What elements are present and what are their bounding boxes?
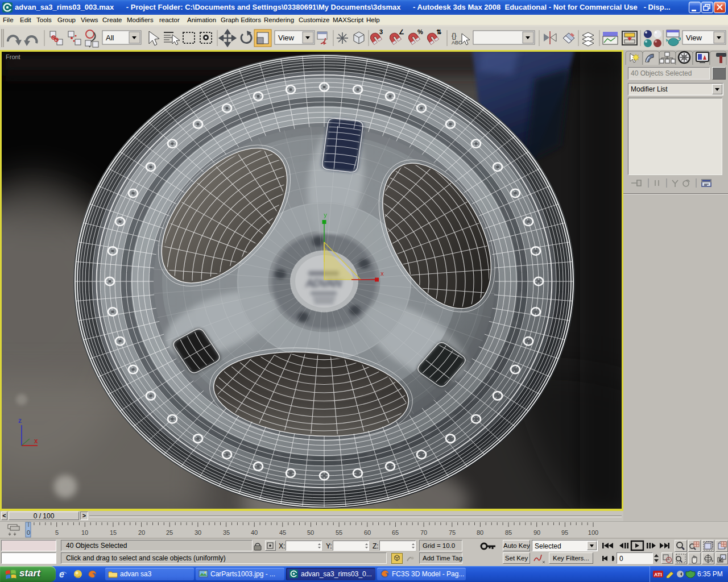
- svg-text:70: 70: [420, 529, 427, 536]
- svg-text:View: View: [686, 34, 702, 42]
- svg-text:ATI: ATI: [654, 572, 662, 577]
- svg-text:95: 95: [561, 529, 568, 536]
- svg-text:⇅: ⇅: [436, 28, 442, 35]
- svg-text:100: 100: [588, 529, 598, 536]
- svg-text:85: 85: [505, 529, 512, 536]
- svg-text:25: 25: [166, 529, 173, 536]
- svg-text:45: 45: [279, 529, 286, 536]
- svg-text:{}: {}: [452, 31, 457, 40]
- svg-text:z: z: [18, 417, 22, 425]
- svg-text:All: All: [106, 34, 114, 42]
- svg-text:50: 50: [307, 529, 314, 536]
- svg-text:80: 80: [477, 529, 483, 536]
- svg-text:y: y: [324, 211, 327, 218]
- svg-text:90: 90: [533, 529, 540, 536]
- svg-text:e: e: [59, 569, 64, 579]
- svg-text:%: %: [417, 28, 423, 35]
- svg-text:60: 60: [364, 529, 371, 536]
- svg-text:15: 15: [110, 529, 117, 536]
- svg-text:x: x: [34, 437, 38, 445]
- svg-text:x: x: [380, 270, 384, 277]
- svg-text:View: View: [278, 34, 295, 42]
- svg-text:3: 3: [379, 28, 383, 35]
- svg-text:0: 0: [27, 529, 30, 536]
- svg-text:5: 5: [55, 529, 59, 536]
- svg-text:55: 55: [336, 529, 342, 536]
- svg-text:10: 10: [81, 529, 88, 536]
- svg-text:75: 75: [449, 529, 456, 536]
- svg-text:Front: Front: [6, 53, 20, 60]
- svg-text:20: 20: [138, 529, 145, 536]
- svg-text:30: 30: [195, 529, 201, 536]
- svg-text:35: 35: [223, 529, 230, 536]
- svg-text:65: 65: [392, 529, 399, 536]
- svg-text:ABC: ABC: [452, 40, 462, 45]
- svg-text:40: 40: [251, 529, 258, 536]
- svg-text:∠: ∠: [399, 28, 404, 35]
